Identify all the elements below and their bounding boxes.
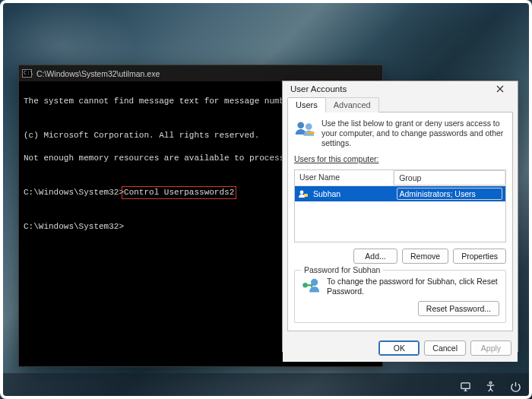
cmd-title: C:\Windows\System32\utilman.exe [36,69,160,78]
cell-username: Subhan [312,188,394,199]
cancel-button[interactable]: Cancel [424,340,466,356]
col-group[interactable]: Group [394,170,505,185]
highlighted-command: Control Userpasswords2 [122,186,236,199]
close-button[interactable] [487,81,513,97]
accessibility-icon[interactable] [485,381,496,392]
taskbar[interactable] [0,373,532,399]
svg-point-3 [311,131,314,135]
remove-button[interactable]: Remove [402,249,448,264]
users-keys-icon [294,119,315,140]
tab-users[interactable]: Users [287,97,326,112]
network-icon[interactable] [460,381,471,392]
dialog-titlebar[interactable]: User Accounts [283,81,518,97]
svg-rect-10 [461,382,470,388]
user-accounts-dialog: User Accounts Users Advanced Use the lis… [282,81,518,352]
users-list-label: Users for this computer: [294,154,506,163]
close-icon [496,85,504,93]
power-icon[interactable] [510,381,521,392]
user-row[interactable]: Subhan Administrators; Users [295,186,505,201]
dialog-panel: Use the list below to grant or deny user… [287,112,513,331]
svg-point-11 [489,382,492,384]
cmd-prompt: C:\Windows\System32> [24,222,124,231]
intro-row: Use the list below to grant or deny user… [294,119,506,148]
list-header[interactable]: User Name Group [295,170,505,186]
col-username[interactable]: User Name [295,170,394,185]
password-group-title: Password for Subhan [301,265,383,274]
dialog-footer: OK Cancel Apply [283,336,518,362]
user-badge-icon [298,189,309,198]
svg-point-4 [300,191,304,195]
password-group: Password for Subhan To change the passwo… [294,270,506,323]
svg-point-1 [306,123,312,130]
cmd-titlebar[interactable]: C:\Windows\System32\utilman.exe [19,65,382,82]
tab-advanced[interactable]: Advanced [325,97,379,112]
ok-button[interactable]: OK [378,340,420,356]
list-buttons: Add... Remove Properties [294,249,506,264]
tab-bar: Users Advanced [283,97,518,112]
cell-group: Administrators; Users [397,188,502,200]
svg-point-0 [297,122,304,128]
properties-button[interactable]: Properties [453,249,506,264]
add-button[interactable]: Add... [353,249,397,264]
key-user-icon [301,277,321,293]
cmd-icon [22,69,32,78]
svg-rect-9 [311,284,312,287]
reset-password-button[interactable]: Reset Password... [418,301,499,316]
intro-text: Use the list below to grant or deny user… [321,119,506,148]
password-text: To change the password for Subhan, click… [327,277,499,296]
svg-rect-5 [304,194,308,197]
users-list[interactable]: User Name Group Subhan Administrators; U… [294,169,506,242]
cmd-prompt: C:\Windows\System32> [24,188,124,197]
dialog-title: User Accounts [290,84,347,93]
apply-button[interactable]: Apply [470,340,511,356]
